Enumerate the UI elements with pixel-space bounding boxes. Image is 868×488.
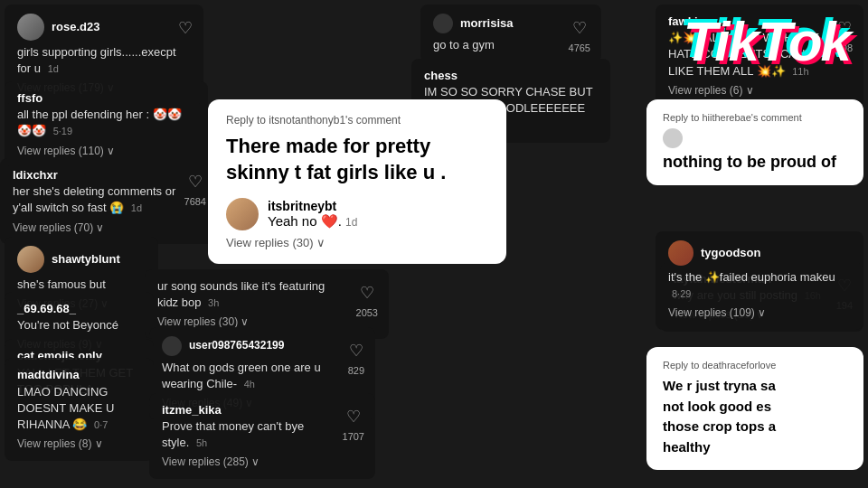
- comment-text-tygoodson: it's the ✨failed euphoria makeu 8·29: [668, 269, 851, 302]
- view-replies-fawkinq[interactable]: View replies (6) ∨: [668, 83, 823, 99]
- comment-text-beyonce: You're not Beyoncé: [17, 317, 141, 333]
- heart-icon-user098: ♡: [349, 340, 363, 362]
- username-itzme: itzme_kika: [162, 403, 222, 417]
- avatar-user098: [162, 336, 182, 356]
- likes-count-ldixchxr: 7684: [184, 195, 206, 209]
- tiktok-logo: TikTok: [684, 9, 850, 73]
- username-ldixchxr: ldixchxr: [13, 168, 58, 182]
- view-replies-madtdivina[interactable]: View replies (8) ∨: [17, 436, 141, 452]
- comment-text-user098: What on gods green one are u wearing Chi…: [162, 360, 335, 392]
- view-replies-britneybt[interactable]: View replies (30) ∨: [226, 236, 488, 249]
- comment-text-ldixchxr: her she's deleting comments or y'all swi…: [13, 183, 176, 216]
- response-britneybt: Yeah no ❤️. 1d: [268, 213, 357, 230]
- view-replies-tygoodson[interactable]: View replies (109) ∨: [668, 305, 851, 321]
- big-text-center: There made for pretty skinny t fat girls…: [226, 134, 488, 185]
- avatar-nothing: [663, 128, 683, 148]
- likes-morrisisa: ♡ 4765: [569, 17, 590, 56]
- comment-text-shawty: she's famous but: [17, 277, 146, 293]
- likes-count-user098: 829: [348, 364, 364, 378]
- comment-text-itzme: Prove that money can't bye style. 5h: [162, 418, 335, 451]
- username-rose: rose.d23: [52, 19, 99, 35]
- popup-right-nothing: Reply to hiitherebae's comment nothing t…: [646, 99, 863, 185]
- heart-icon-morrisisa: ♡: [572, 17, 587, 40]
- reply-label-center: Reply to itsnotanthonyb1's comment: [226, 114, 488, 127]
- reply-label-nothing: Reply to hiitherebae's comment: [663, 112, 847, 123]
- comment-text-madtdivina: LMAO DANCING DOESNT MAKE U RIHANNA 😂 0·7: [17, 384, 141, 434]
- big-text-nothing: nothing to be proud of: [663, 152, 847, 173]
- view-replies-ffsfo[interactable]: View replies (110) ∨: [17, 144, 195, 159]
- likes-count-morrisisa: 4765: [569, 42, 590, 55]
- heart-icon-ldixchxr: ♡: [188, 171, 203, 193]
- username-shawty: shawtyblunt: [52, 251, 120, 267]
- comment-ffsfo: ffsfo all the ppl defending her : 🤡🤡🤡🤡 5…: [5, 81, 208, 167]
- comment-text-kidzbop: ur song sounds like it's featuring kidz …: [157, 278, 344, 311]
- comment-text-rose: girls supporting girls......execpt for u…: [17, 44, 191, 77]
- screenshot-container: TikTok ♡ rose.d23 girls supporting girls…: [0, 0, 868, 488]
- username-tygoodson: tygoodson: [701, 245, 760, 261]
- username-ffsfo: ffsfo: [17, 91, 42, 105]
- comment-itzme: ♡ 1707 itzme_kika Prove that money can't…: [149, 393, 375, 479]
- comment-tygoodson: tygoodson it's the ✨failed euphoria make…: [656, 231, 863, 330]
- likes-ldixchxr: ♡ 7684: [184, 171, 206, 210]
- likes-count-kidzbop: 2053: [356, 306, 378, 320]
- likes-itzme: ♡ 1707: [343, 406, 364, 445]
- comment-text-morrisisa: go to a gym: [433, 37, 556, 53]
- reply-label-deathraceforlove: Reply to deathraceforlove: [663, 360, 847, 371]
- comment-text-ffsfo: all the ppl defending her : 🤡🤡🤡🤡 5·19: [17, 107, 195, 139]
- comment-ldixchxr: ♡ 7684 ldixchxr her she's deleting comme…: [0, 158, 217, 244]
- popup-center: Reply to itsnotanthonyb1's comment There…: [208, 99, 506, 264]
- username-beyonce: _69.69.68_: [17, 302, 76, 315]
- username-chess: chess: [424, 69, 458, 82]
- heart-icon: ♡: [178, 17, 193, 40]
- text-deathraceforlove: We r just tryna sanot look good esthose …: [663, 376, 847, 457]
- likes-rose: ♡: [178, 17, 193, 42]
- view-replies-ldixchxr[interactable]: View replies (70) ∨: [13, 221, 176, 236]
- likes-count-itzme: 1707: [343, 430, 364, 444]
- popup-deathraceforlove: Reply to deathraceforlove We r just tryn…: [646, 347, 863, 470]
- likes-user098: ♡ 829: [348, 340, 364, 379]
- username-madtdivina: madtdivina: [17, 368, 80, 381]
- avatar-tygoodson: [668, 240, 693, 266]
- comment-morrisisa: ♡ 4765 morrisisa go to a gym: [420, 5, 601, 62]
- likes-kidzbop: ♡ 2053: [356, 282, 378, 321]
- avatar-morrisisa: [433, 14, 453, 33]
- heart-icon-itzme: ♡: [346, 406, 361, 428]
- username-morrisisa: morrisisa: [460, 15, 514, 32]
- username-britneybt: itsbritneybt: [268, 199, 357, 213]
- avatar-shawty: [17, 246, 44, 273]
- view-replies-itzme[interactable]: View replies (285) ∨: [162, 455, 335, 470]
- avatar-rose: [17, 14, 44, 41]
- comment-madtdivina: madtdivina LMAO DANCING DOESNT MAKE U RI…: [5, 358, 154, 461]
- username-user098: user098765432199: [189, 338, 284, 353]
- heart-icon-kidzbop: ♡: [360, 282, 374, 305]
- avatar-britneybt: [226, 198, 259, 230]
